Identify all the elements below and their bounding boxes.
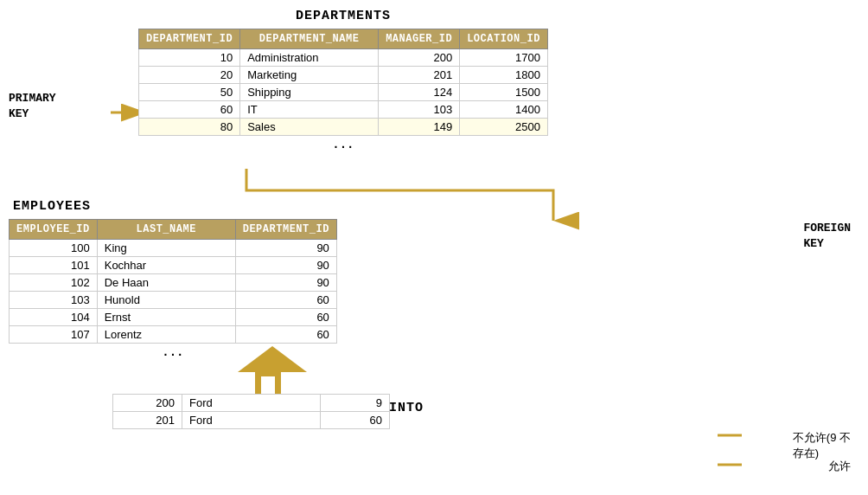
emp-dept-id-cell: 90 [235,240,336,257]
emp-id-cell: 102 [10,274,98,292]
last-name-cell: Kochhar [97,257,235,274]
insert-emp-id-cell: 200 [113,395,182,412]
allowed-text: 允许 [828,459,851,474]
manager-id-cell: 200 [379,49,460,67]
insert-dept-id-cell: 60 [321,412,390,429]
emp-dept-id-cell: 90 [235,257,336,274]
allowed-label: 允许 [828,459,851,474]
emp-row: 107 Lorentz 60 [10,326,337,344]
emp-row: 101 Kochhar 90 [10,257,337,274]
departments-dots: ... [138,136,548,153]
dept-row: 10 Administration 200 1700 [139,49,548,67]
dept-name-cell: IT [240,101,379,119]
dept-name-cell: Marketing [240,67,379,84]
dept-name-cell: Shipping [240,84,379,101]
emp-dept-id-cell: 60 [235,309,336,326]
location-id-cell: 1800 [460,67,548,84]
manager-id-cell: 124 [379,84,460,101]
col-department-id: DEPARTMENT_ID [139,29,240,49]
departments-table: DEPARTMENT_ID DEPARTMENT_NAME MANAGER_ID… [138,29,548,136]
manager-id-cell: 103 [379,101,460,119]
employees-dots: ... [9,344,337,361]
location-id-cell: 1700 [460,49,548,67]
page-container: DEPARTMENTS DEPARTMENT_ID DEPARTMENT_NAM… [0,0,868,495]
col-last-name: LAST_NAME [97,220,235,240]
emp-row: 104 Ernst 60 [10,309,337,326]
last-name-cell: Lorentz [97,326,235,344]
location-id-cell: 1400 [460,101,548,119]
departments-header-row: DEPARTMENT_ID DEPARTMENT_NAME MANAGER_ID… [139,29,548,49]
not-allowed-text: 不允许(9 不存在) [793,430,851,461]
emp-id-cell: 107 [10,326,98,344]
dept-id-cell: 20 [139,67,240,84]
emp-row: 103 Hunold 60 [10,292,337,309]
insert-emp-id-cell: 201 [113,412,182,429]
emp-dept-id-cell: 60 [235,326,336,344]
dept-id-cell: 50 [139,84,240,101]
dept-name-cell: Sales [240,119,379,136]
location-id-cell: 1500 [460,84,548,101]
col-employee-id: EMPLOYEE_ID [10,220,98,240]
insert-section: 200 Ford 9 201 Ford 60 [112,394,390,429]
departments-title: DEPARTMENTS [138,9,548,23]
dept-row: 80 Sales 149 2500 [139,119,548,136]
not-allowed-label: 不允许(9 不存在) [793,430,851,461]
insert-row: 200 Ford 9 [113,395,390,412]
emp-id-cell: 100 [10,240,98,257]
dept-id-cell: 60 [139,101,240,119]
col-department-name: DEPARTMENT_NAME [240,29,379,49]
col-location-id: LOCATION_ID [460,29,548,49]
emp-id-cell: 101 [10,257,98,274]
dept-id-cell: 10 [139,49,240,67]
col-emp-department-id: DEPARTMENT_ID [235,220,336,240]
last-name-cell: Ernst [97,309,235,326]
primary-key-label: PRIMARYKEY [9,91,56,122]
employees-title: EMPLOYEES [13,199,337,214]
dept-name-cell: Administration [240,49,379,67]
col-manager-id: MANAGER_ID [379,29,460,49]
dept-row: 20 Marketing 201 1800 [139,67,548,84]
emp-id-cell: 103 [10,292,98,309]
emp-row: 102 De Haan 90 [10,274,337,292]
emp-dept-id-cell: 60 [235,292,336,309]
insert-row: 201 Ford 60 [113,412,390,429]
last-name-cell: De Haan [97,274,235,292]
emp-row: 100 King 90 [10,240,337,257]
employees-section: EMPLOYEES EMPLOYEE_ID LAST_NAME DEPARTME… [9,199,337,361]
location-id-cell: 2500 [460,119,548,136]
manager-id-cell: 149 [379,119,460,136]
dept-id-cell: 80 [139,119,240,136]
employees-header-row: EMPLOYEE_ID LAST_NAME DEPARTMENT_ID [10,220,337,240]
emp-dept-id-cell: 90 [235,274,336,292]
employees-table: EMPLOYEE_ID LAST_NAME DEPARTMENT_ID 100 … [9,219,337,344]
foreign-key-label: FOREIGNKEY [803,221,851,252]
insert-last-name-cell: Ford [182,395,321,412]
dept-row: 50 Shipping 124 1500 [139,84,548,101]
insert-dept-id-cell: 9 [321,395,390,412]
dept-row: 60 IT 103 1400 [139,101,548,119]
insert-table: 200 Ford 9 201 Ford 60 [112,394,390,429]
last-name-cell: Hunold [97,292,235,309]
last-name-cell: King [97,240,235,257]
manager-id-cell: 201 [379,67,460,84]
insert-last-name-cell: Ford [182,412,321,429]
emp-id-cell: 104 [10,309,98,326]
departments-section: DEPARTMENTS DEPARTMENT_ID DEPARTMENT_NAM… [138,9,548,153]
